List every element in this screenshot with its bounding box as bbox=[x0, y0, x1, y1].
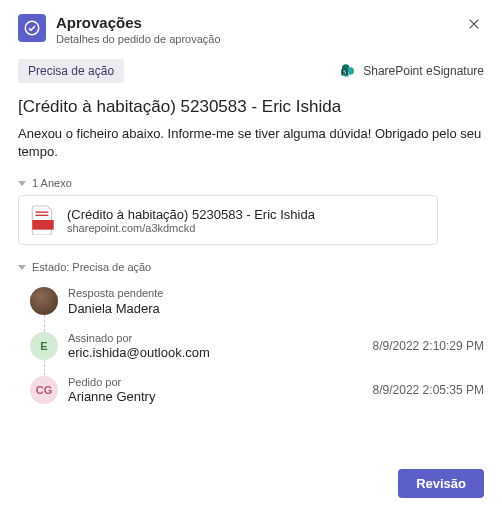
integration-tag: S SharePoint eSignature bbox=[339, 62, 484, 80]
status-badge: Precisa de ação bbox=[18, 59, 124, 83]
timeline-caption: Assinado por bbox=[68, 332, 363, 345]
timeline: Resposta pendente Daniela Madera E Assin… bbox=[22, 279, 484, 412]
timeline-timestamp: 8/9/2022 2:05:35 PM bbox=[373, 383, 484, 397]
app-title: Aprovações bbox=[56, 14, 454, 32]
attachment-url: sharepoint.com/a3kdmckd bbox=[67, 222, 315, 234]
attachments-label: 1 Anexo bbox=[18, 177, 484, 189]
svg-rect-6 bbox=[32, 220, 53, 230]
attachment-name: (Crédito à habitação) 5230583 - Eric Ish… bbox=[67, 207, 315, 222]
integration-label: SharePoint eSignature bbox=[363, 64, 484, 78]
timeline-name: Daniela Madera bbox=[68, 301, 474, 316]
svg-rect-8 bbox=[36, 215, 49, 216]
avatar: CG bbox=[30, 376, 58, 404]
svg-point-0 bbox=[25, 21, 39, 35]
close-button[interactable] bbox=[464, 14, 484, 34]
avatar: E bbox=[30, 332, 58, 360]
attachment-item[interactable]: (Crédito à habitação) 5230583 - Eric Ish… bbox=[18, 195, 438, 245]
request-body: Anexou o ficheiro abaixo. Informe-me se … bbox=[18, 125, 484, 161]
app-subtitle: Detalhes do pedido de aprovação bbox=[56, 33, 454, 45]
timeline-name: eric.ishida@outlook.com bbox=[68, 345, 363, 360]
state-label: Estado: Precisa de ação bbox=[18, 261, 484, 273]
svg-text:S: S bbox=[343, 69, 346, 75]
svg-rect-7 bbox=[36, 212, 49, 213]
avatar bbox=[30, 287, 58, 315]
timeline-row-requested: CG Pedido por Arianne Gentry 8/9/2022 2:… bbox=[30, 368, 484, 412]
timeline-caption: Resposta pendente bbox=[68, 287, 474, 300]
timeline-row-signed: E Assinado por eric.ishida@outlook.com 8… bbox=[30, 324, 484, 368]
timeline-timestamp: 8/9/2022 2:10:29 PM bbox=[373, 339, 484, 353]
timeline-row-pending: Resposta pendente Daniela Madera bbox=[30, 279, 484, 323]
timeline-name: Arianne Gentry bbox=[68, 389, 363, 404]
review-button[interactable]: Revisão bbox=[398, 469, 484, 498]
request-subject: [Crédito à habitação) 5230583 - Eric Ish… bbox=[18, 97, 484, 117]
sharepoint-icon: S bbox=[339, 62, 357, 80]
approvals-app-icon bbox=[18, 14, 46, 42]
timeline-caption: Pedido por bbox=[68, 376, 363, 389]
pdf-file-icon bbox=[29, 204, 57, 236]
